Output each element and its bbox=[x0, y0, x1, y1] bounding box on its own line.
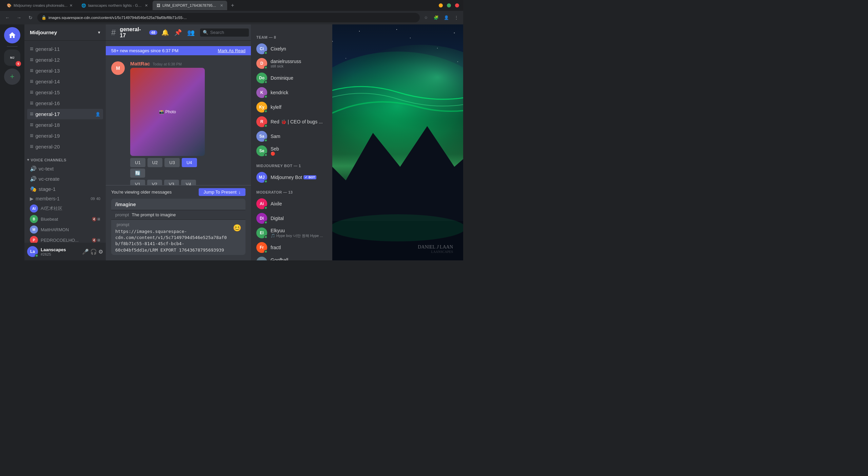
new-tab-button[interactable]: + bbox=[228, 1, 237, 10]
discord-home-button[interactable] bbox=[4, 27, 20, 43]
channel-item-general-13[interactable]: ≡ general-13 bbox=[27, 65, 103, 76]
v4-button[interactable]: V4 bbox=[181, 180, 196, 185]
forward-button[interactable]: → bbox=[14, 13, 24, 22]
avatar-mattrac[interactable]: M bbox=[111, 61, 125, 75]
channel-item-stage-1[interactable]: 🎭 stage-1 bbox=[27, 184, 103, 194]
voice-user-name-bluebeat: Bluebeat bbox=[41, 217, 58, 222]
browser-tab-2[interactable]: 🌐 laanscapes northern lights - Goo... ✕ bbox=[77, 1, 152, 10]
channel-name-general-14: general-14 bbox=[36, 79, 60, 84]
channel-item-vc-create[interactable]: 🔊 vc-create bbox=[27, 174, 103, 184]
channel-item-general-18[interactable]: ≡ general-18 bbox=[27, 120, 103, 130]
member-mjbot[interactable]: MJ Midjourney Bot ✓ BOT bbox=[254, 170, 330, 184]
extensions-icon[interactable]: 🧩 bbox=[432, 14, 440, 22]
people-icon[interactable]: 👥 bbox=[187, 29, 195, 36]
voice-user-ai[interactable]: AI AI艺术社区 bbox=[27, 203, 103, 214]
headphone-icon[interactable]: 🎧 bbox=[90, 249, 97, 255]
channel-item-general-12[interactable]: ≡ general-12 bbox=[27, 55, 103, 65]
menu-icon[interactable]: ⋮ bbox=[452, 14, 460, 22]
server-header[interactable]: Midjourney ▾ bbox=[24, 24, 106, 41]
member-info-goofball: Goofball They're made out of meat. bbox=[271, 257, 327, 260]
u2-button[interactable]: U2 bbox=[147, 158, 163, 167]
channel-item-general-15[interactable]: ≡ general-15 bbox=[27, 87, 103, 98]
channel-item-general-20[interactable]: ≡ general-20 bbox=[27, 141, 103, 152]
member-fractl[interactable]: Fr fractl bbox=[254, 240, 330, 255]
member-cixelyn[interactable]: Ci Cixelyn bbox=[254, 42, 330, 56]
voice-user-matt[interactable]: M MattHARMON bbox=[27, 224, 103, 235]
mic-icon[interactable]: 🎤 bbox=[82, 249, 89, 255]
u3-button[interactable]: U3 bbox=[164, 158, 180, 167]
prompt-field-label: prompt bbox=[117, 222, 129, 227]
browser-tab-1[interactable]: 🎨 Midjourney creates photorealis... ✕ bbox=[3, 1, 77, 10]
channel-list: ≡ general-11 ≡ general-12 ≡ general-13 ≡… bbox=[24, 41, 106, 243]
member-group-1[interactable]: ▶ members-1 09 40 bbox=[27, 194, 103, 203]
member-dominique[interactable]: Do Dominique bbox=[254, 71, 330, 85]
v2-button[interactable]: V2 bbox=[147, 180, 162, 185]
tab-close-2[interactable]: ✕ bbox=[145, 3, 148, 8]
member-red-ceo[interactable]: R Red 🐞 | CEO of bugs ... bbox=[254, 115, 330, 129]
member-danielrussruss[interactable]: D danielrussruss still sick bbox=[254, 56, 330, 71]
channel-item-general-14[interactable]: ≡ general-14 bbox=[27, 76, 103, 87]
app-container: MJ 5 + Midjourney ▾ ≡ general-11 bbox=[0, 24, 463, 260]
channel-item-general-16[interactable]: ≡ general-16 bbox=[27, 98, 103, 108]
notification-icon[interactable]: 🔔 bbox=[161, 29, 169, 36]
bookmark-icon[interactable]: ☆ bbox=[422, 14, 430, 22]
u1-button[interactable]: U1 bbox=[130, 158, 145, 167]
status-digital bbox=[264, 221, 268, 224]
window-close[interactable] bbox=[455, 3, 459, 7]
voice-user-bluebeat[interactable]: B Bluebeat 🔇🖥 bbox=[27, 214, 103, 224]
user-bottom-avatar: La bbox=[27, 246, 38, 257]
channel-name-general-13: general-13 bbox=[36, 68, 60, 74]
midjourney-server-icon[interactable]: MJ 5 bbox=[4, 49, 20, 66]
tab-close-3[interactable]: ✕ bbox=[220, 3, 223, 8]
channel-user-icon: 👤 bbox=[95, 112, 100, 117]
member-sam[interactable]: Sa Sam bbox=[254, 129, 330, 143]
avatar-aixile: Ai bbox=[256, 198, 267, 209]
refresh-button[interactable]: ↻ bbox=[26, 13, 35, 22]
window-maximize[interactable] bbox=[447, 3, 451, 7]
selfie-image[interactable]: 📸 Photo bbox=[130, 68, 205, 156]
username-mattrac[interactable]: MattRac bbox=[130, 61, 150, 66]
search-bar[interactable]: 🔍 Search bbox=[200, 28, 249, 37]
address-bar[interactable]: 🔒 images.squarespace-cdn.com/content/v1/… bbox=[37, 13, 420, 22]
mark-as-read-button[interactable]: Mark As Read bbox=[218, 48, 245, 53]
avatar-dominique: Do bbox=[256, 73, 267, 83]
v1-button[interactable]: V1 bbox=[130, 180, 145, 185]
channel-item-general-17[interactable]: ≡ general-17 👤 bbox=[27, 109, 103, 119]
voice-user-pedro[interactable]: P PEDROCOELHO... 🔇🖥 bbox=[27, 235, 103, 243]
new-messages-banner[interactable]: 58+ new messages since 6:37 PM Mark As R… bbox=[106, 46, 251, 55]
channel-item-general-19[interactable]: ≡ general-19 bbox=[27, 131, 103, 141]
member-count-1a: 09 bbox=[91, 197, 95, 201]
back-button[interactable]: ← bbox=[3, 13, 12, 22]
pin-icon[interactable]: 📌 bbox=[174, 29, 182, 36]
jump-to-present-button[interactable]: Jump To Present ↓ bbox=[199, 188, 245, 196]
tab-close-1[interactable]: ✕ bbox=[70, 3, 73, 8]
channel-item-general-11[interactable]: ≡ general-11 bbox=[27, 44, 103, 54]
settings-icon[interactable]: ⚙ bbox=[98, 249, 103, 255]
u4-button[interactable]: U4 bbox=[182, 158, 197, 167]
emoji-picker-icon[interactable]: 😊 bbox=[233, 224, 241, 232]
member-seb[interactable]: Se Seb 🔴 bbox=[254, 144, 330, 158]
member-kendrick[interactable]: K kendrick bbox=[254, 85, 330, 100]
prompt-input-field[interactable]: https://images.squarespace-cdn.com/conte… bbox=[115, 229, 229, 252]
member-digital[interactable]: Di Digital bbox=[254, 211, 330, 225]
add-server-button[interactable]: + bbox=[4, 68, 20, 85]
svg-point-4 bbox=[454, 33, 455, 34]
channel-hash-icon: ≡ bbox=[30, 121, 34, 128]
member-aixile[interactable]: Ai Aixile bbox=[254, 197, 330, 211]
image-action-row-1: U1 U2 U3 U4 bbox=[130, 158, 245, 167]
channel-item-vc-text[interactable]: 🔊 vc-text bbox=[27, 164, 103, 174]
v3-button[interactable]: V3 bbox=[164, 180, 179, 185]
messages-area[interactable]: 58+ new messages since 6:37 PM Mark As R… bbox=[106, 41, 251, 185]
profile-icon[interactable]: 👤 bbox=[442, 14, 450, 22]
voice-channels-category[interactable]: ▾ VOICE CHANNELS bbox=[24, 152, 106, 163]
window-minimize[interactable] bbox=[439, 3, 443, 7]
channel-hash-header: # bbox=[111, 28, 116, 37]
member-elkyuu[interactable]: El Elkyuu 🎵 Hype boy 너만 원해 Hype ... bbox=[254, 226, 330, 240]
voice-icon: 🔊 bbox=[30, 176, 37, 182]
member-goofball[interactable]: Go Goofball They're made out of meat. bbox=[254, 255, 330, 260]
refresh-button-msg[interactable]: 🔄 bbox=[130, 168, 145, 178]
member-kylelf[interactable]: Ky kylelf bbox=[254, 100, 330, 114]
browser-tab-3[interactable]: 🖼 LRM_EXPORT_1764367879569... ✕ bbox=[153, 1, 227, 10]
member-info-kylelf: kylelf bbox=[271, 104, 327, 110]
avatar-fractl: Fr bbox=[256, 242, 267, 253]
